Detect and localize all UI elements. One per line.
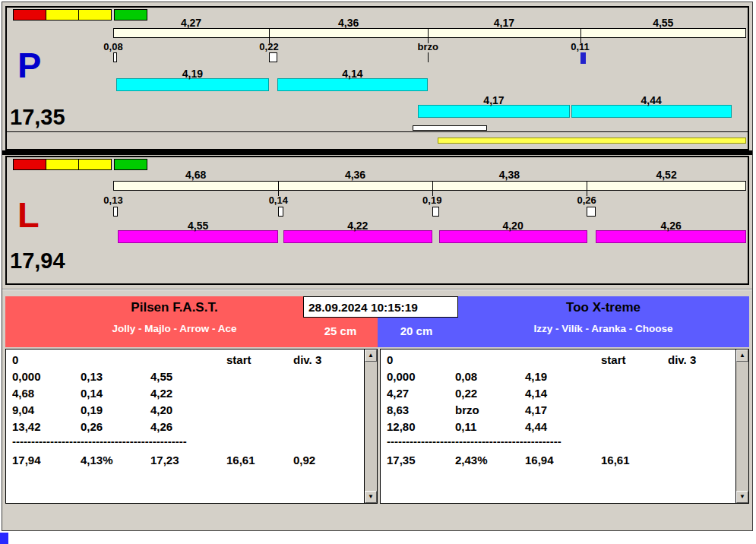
scroll-down-button[interactable]: ▼ <box>365 491 377 503</box>
run-time-bar <box>113 28 746 38</box>
changeover-marker <box>113 52 117 62</box>
table-cell: 17,35 <box>387 452 455 469</box>
table-cell: 16,94 <box>525 452 601 469</box>
start-light-3 <box>78 159 112 170</box>
dog-run-bar: 4,20 <box>439 230 587 243</box>
table-scrollbar[interactable]: ▲ ▼ <box>364 349 377 503</box>
table-separator: ----------------------------------------… <box>387 437 734 448</box>
table-cell <box>455 352 525 368</box>
segment-time-label: 4,27 <box>113 17 269 29</box>
segment-tick <box>587 181 587 196</box>
lane-divider <box>2 150 752 155</box>
table-cell <box>668 402 734 419</box>
table-cell: 4,55 <box>150 368 226 385</box>
main-window: P 17,35 4,274,364,174,550,080,22brzo0,11… <box>2 2 753 531</box>
table-cell: 9,04 <box>12 402 81 419</box>
scroll-up-button[interactable]: ▲ <box>365 349 377 362</box>
table-cell: 0 <box>387 352 455 368</box>
table-cell: 0,000 <box>12 368 81 385</box>
table-cell: 4,22 <box>150 385 226 402</box>
table-cell: 4,19 <box>525 368 601 385</box>
table-row: 4,270,224,14 <box>387 385 734 402</box>
early-cross-bar <box>413 125 487 131</box>
dog-run-bar: 4,19 <box>116 78 269 91</box>
table-cell: 0,13 <box>81 368 150 385</box>
table-row: 0startdiv. 3 <box>387 352 734 368</box>
changeover-marker <box>113 207 118 217</box>
dog-run-row: 4,174,44 <box>113 94 746 119</box>
table-row: 8,63brzo4,17 <box>387 402 734 419</box>
changeover-time-label: 0,11 <box>571 41 590 52</box>
jump-height-badge-right: 20 cm <box>390 324 443 337</box>
dog-run-bar: 4,26 <box>596 230 746 243</box>
table-scrollbar[interactable]: ▲ ▼ <box>735 349 748 503</box>
lane-total-time-l: 17,94 <box>10 250 65 272</box>
table-row: 9,040,194,20 <box>12 402 362 419</box>
segment-time-label: 4,36 <box>278 169 432 181</box>
table-cell: 17,23 <box>150 452 226 469</box>
table-cell: start <box>601 352 668 368</box>
result-bar <box>438 138 746 144</box>
results-section: Pilsen F.A.S.T. Jolly - Majlo - Arrow - … <box>5 293 749 504</box>
table-cell <box>668 419 734 435</box>
table-cell: 4,17 <box>525 402 601 419</box>
segment-time-label: 4,17 <box>428 17 580 29</box>
table-cell: 4,26 <box>150 419 226 435</box>
table-row: 0,0000,084,19 <box>387 368 734 385</box>
start-light-1 <box>13 159 46 170</box>
start-light-2 <box>46 159 79 170</box>
table-cell <box>293 368 362 385</box>
dog-time-label: 4,19 <box>117 68 268 80</box>
start-light-3 <box>78 9 112 21</box>
table-cell <box>226 419 293 435</box>
changeover-marker <box>269 52 277 62</box>
dog-run-bar: 4,55 <box>118 230 278 243</box>
table-cell <box>293 402 362 419</box>
start-light-2 <box>46 9 79 21</box>
changeover-time-label: 0,26 <box>577 195 596 206</box>
table-cell: 4,13% <box>81 452 150 469</box>
changeover-marker <box>580 52 586 64</box>
changeover-time-label: 0,08 <box>103 41 122 52</box>
jump-height-badge-left: 25 cm <box>314 324 367 337</box>
table-cell <box>293 385 362 402</box>
table-row: 17,352,43%16,9416,61 <box>387 452 734 469</box>
changeover-time-label: 0,13 <box>103 195 122 206</box>
changeover-marker <box>278 207 283 217</box>
segment-time-label: 4,55 <box>580 17 746 29</box>
table-cell: 8,63 <box>387 402 455 419</box>
scroll-up-button[interactable]: ▲ <box>736 349 748 362</box>
timestamp: 28.09.2024 10:15:19 <box>303 296 458 318</box>
table-cell: 17,94 <box>12 452 81 469</box>
table-row: 13,420,264,26 <box>12 419 362 435</box>
table-cell: 4,14 <box>525 385 601 402</box>
table-cell: div. 3 <box>293 352 362 368</box>
results-tables: 0startdiv. 30,0000,134,554,680,144,229,0… <box>5 349 749 504</box>
dog-time-label: 4,26 <box>596 220 745 232</box>
table-row: 4,680,144,22 <box>12 385 362 402</box>
table-cell: 16,61 <box>226 452 293 469</box>
changeover-marker <box>428 52 429 62</box>
table-cell <box>668 368 734 385</box>
table-cell: 0,000 <box>387 368 455 385</box>
table-cell: 16,61 <box>601 452 668 469</box>
segment-time-label: 4,36 <box>269 17 428 29</box>
table-body-right: 0startdiv. 30,0000,084,194,270,224,148,6… <box>387 352 734 501</box>
dog-time-label: 4,22 <box>284 220 432 232</box>
results-table-right: 0startdiv. 30,0000,084,194,270,224,148,6… <box>380 349 749 504</box>
scroll-down-button[interactable]: ▼ <box>736 491 748 503</box>
table-cell <box>226 402 293 419</box>
changeover-time-label: brzo <box>418 41 438 52</box>
dog-run-bar: 4,14 <box>277 78 429 91</box>
table-row: 0startdiv. 3 <box>12 352 362 368</box>
changeover-time-label: 0,14 <box>269 195 288 206</box>
section-divider <box>2 289 752 290</box>
table-cell: 4,27 <box>387 385 455 402</box>
time-axis: 4,684,364,384,520,130,140,190,264,554,22… <box>113 157 746 283</box>
table-cell: 0,19 <box>81 402 150 419</box>
table-separator: ----------------------------------------… <box>12 437 362 448</box>
lane-letter-l: L <box>17 197 40 232</box>
table-cell <box>226 368 293 385</box>
table-cell <box>81 352 150 368</box>
table-cell: 4,20 <box>150 402 226 419</box>
